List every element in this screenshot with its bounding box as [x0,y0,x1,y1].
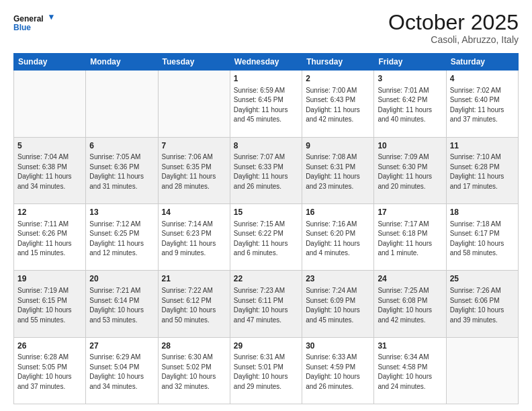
day-info: Sunrise: 7:16 AMSunset: 6:20 PMDaylight:… [306,220,370,259]
day-number: 21 [162,273,226,285]
month-title: October 2025 [388,11,519,34]
day-info: Sunrise: 6:28 AMSunset: 5:05 PMDaylight:… [17,353,82,392]
day-number: 26 [17,340,82,352]
day-number: 4 [450,73,515,85]
calendar-cell: 17Sunrise: 7:17 AMSunset: 6:18 PMDayligh… [374,203,446,270]
day-header-thursday: Thursday [302,54,374,71]
calendar-cell: 29Sunrise: 6:31 AMSunset: 5:01 PMDayligh… [230,337,302,404]
day-number: 23 [306,273,370,285]
calendar-cell: 8Sunrise: 7:07 AMSunset: 6:33 PMDaylight… [230,137,302,203]
calendar-week-row: 19Sunrise: 7:19 AMSunset: 6:15 PMDayligh… [14,271,519,337]
day-info: Sunrise: 7:08 AMSunset: 6:31 PMDaylight:… [306,152,370,191]
day-header-wednesday: Wednesday [230,54,302,71]
day-info: Sunrise: 7:06 AMSunset: 6:35 PMDaylight:… [162,152,226,191]
day-number: 29 [234,340,298,352]
day-info: Sunrise: 6:59 AMSunset: 6:45 PMDaylight:… [234,86,298,125]
day-number: 14 [162,207,226,218]
day-info: Sunrise: 7:26 AMSunset: 6:06 PMDaylight:… [450,286,515,325]
svg-marker-2 [49,15,54,19]
day-number: 24 [378,273,442,285]
day-number: 31 [378,340,442,352]
day-info: Sunrise: 7:09 AMSunset: 6:30 PMDaylight:… [378,152,442,191]
calendar-header-row: SundayMondayTuesdayWednesdayThursdayFrid… [14,54,519,71]
day-header-tuesday: Tuesday [158,54,230,71]
svg-text:General: General [13,14,44,24]
calendar-cell: 23Sunrise: 7:24 AMSunset: 6:09 PMDayligh… [302,271,374,337]
day-number: 25 [450,273,515,285]
day-number: 16 [306,207,370,218]
day-info: Sunrise: 7:02 AMSunset: 6:40 PMDaylight:… [450,86,515,125]
calendar-cell: 11Sunrise: 7:10 AMSunset: 6:28 PMDayligh… [446,137,518,203]
logo: General Blue [13,11,54,35]
logo-svg: General Blue [13,11,54,35]
header: General Blue October 2025 Casoli, Abruzz… [13,11,519,45]
day-number: 15 [234,207,298,218]
day-info: Sunrise: 7:12 AMSunset: 6:25 PMDaylight:… [89,220,154,259]
calendar-week-row: 1Sunrise: 6:59 AMSunset: 6:45 PMDaylight… [14,71,519,137]
day-info: Sunrise: 7:24 AMSunset: 6:09 PMDaylight:… [306,286,370,325]
day-info: Sunrise: 7:19 AMSunset: 6:15 PMDaylight:… [17,286,82,325]
day-number: 17 [378,207,442,218]
calendar-cell: 7Sunrise: 7:06 AMSunset: 6:35 PMDaylight… [158,137,230,203]
day-number: 22 [234,273,298,285]
day-info: Sunrise: 7:10 AMSunset: 6:28 PMDaylight:… [450,152,515,191]
day-info: Sunrise: 7:25 AMSunset: 6:08 PMDaylight:… [378,286,442,325]
day-number: 6 [89,140,154,152]
day-number: 27 [89,340,154,352]
calendar-cell: 3Sunrise: 7:01 AMSunset: 6:42 PMDaylight… [374,71,446,137]
day-info: Sunrise: 6:29 AMSunset: 5:04 PMDaylight:… [89,353,154,392]
day-number: 9 [306,140,370,152]
calendar-cell: 21Sunrise: 7:22 AMSunset: 6:12 PMDayligh… [158,271,230,337]
calendar-cell: 26Sunrise: 6:28 AMSunset: 5:05 PMDayligh… [14,337,86,404]
calendar-cell [14,71,86,137]
day-info: Sunrise: 7:18 AMSunset: 6:17 PMDaylight:… [450,220,515,259]
calendar-cell [86,71,158,137]
day-number: 1 [234,73,298,85]
calendar-cell: 25Sunrise: 7:26 AMSunset: 6:06 PMDayligh… [446,271,518,337]
day-number: 10 [378,140,442,152]
calendar-cell: 9Sunrise: 7:08 AMSunset: 6:31 PMDaylight… [302,137,374,203]
day-number: 19 [17,273,82,285]
day-info: Sunrise: 7:04 AMSunset: 6:38 PMDaylight:… [17,152,82,191]
day-info: Sunrise: 7:17 AMSunset: 6:18 PMDaylight:… [378,220,442,259]
calendar-cell: 31Sunrise: 6:34 AMSunset: 4:58 PMDayligh… [374,337,446,404]
calendar-cell: 27Sunrise: 6:29 AMSunset: 5:04 PMDayligh… [86,337,158,404]
day-number: 3 [378,73,442,85]
title-block: October 2025 Casoli, Abruzzo, Italy [388,11,519,45]
day-info: Sunrise: 7:00 AMSunset: 6:43 PMDaylight:… [306,86,370,125]
day-number: 8 [234,140,298,152]
day-number: 13 [89,207,154,218]
svg-text:Blue: Blue [13,23,31,32]
calendar-cell: 5Sunrise: 7:04 AMSunset: 6:38 PMDaylight… [14,137,86,203]
day-number: 2 [306,73,370,85]
day-number: 28 [162,340,226,352]
day-info: Sunrise: 7:15 AMSunset: 6:22 PMDaylight:… [234,220,298,259]
calendar-cell: 1Sunrise: 6:59 AMSunset: 6:45 PMDaylight… [230,71,302,137]
day-info: Sunrise: 6:34 AMSunset: 4:58 PMDaylight:… [378,353,442,392]
day-header-monday: Monday [86,54,158,71]
day-info: Sunrise: 7:01 AMSunset: 6:42 PMDaylight:… [378,86,442,125]
calendar-cell: 30Sunrise: 6:33 AMSunset: 4:59 PMDayligh… [302,337,374,404]
calendar-cell: 28Sunrise: 6:30 AMSunset: 5:02 PMDayligh… [158,337,230,404]
day-info: Sunrise: 6:33 AMSunset: 4:59 PMDaylight:… [306,353,370,392]
location-subtitle: Casoli, Abruzzo, Italy [388,34,519,45]
day-header-saturday: Saturday [446,54,518,71]
day-info: Sunrise: 7:11 AMSunset: 6:26 PMDaylight:… [17,220,82,259]
calendar-cell: 6Sunrise: 7:05 AMSunset: 6:36 PMDaylight… [86,137,158,203]
calendar-cell: 20Sunrise: 7:21 AMSunset: 6:14 PMDayligh… [86,271,158,337]
calendar-week-row: 12Sunrise: 7:11 AMSunset: 6:26 PMDayligh… [14,203,519,270]
calendar-cell [158,71,230,137]
calendar-table: SundayMondayTuesdayWednesdayThursdayFrid… [13,53,519,404]
calendar-cell [446,337,518,404]
day-number: 20 [89,273,154,285]
day-info: Sunrise: 7:21 AMSunset: 6:14 PMDaylight:… [89,286,154,325]
calendar-cell: 14Sunrise: 7:14 AMSunset: 6:23 PMDayligh… [158,203,230,270]
calendar-cell: 22Sunrise: 7:23 AMSunset: 6:11 PMDayligh… [230,271,302,337]
day-number: 5 [17,140,82,152]
day-info: Sunrise: 7:14 AMSunset: 6:23 PMDaylight:… [162,220,226,259]
day-number: 12 [17,207,82,218]
day-header-friday: Friday [374,54,446,71]
day-number: 7 [162,140,226,152]
day-number: 11 [450,140,515,152]
calendar-cell: 4Sunrise: 7:02 AMSunset: 6:40 PMDaylight… [446,71,518,137]
